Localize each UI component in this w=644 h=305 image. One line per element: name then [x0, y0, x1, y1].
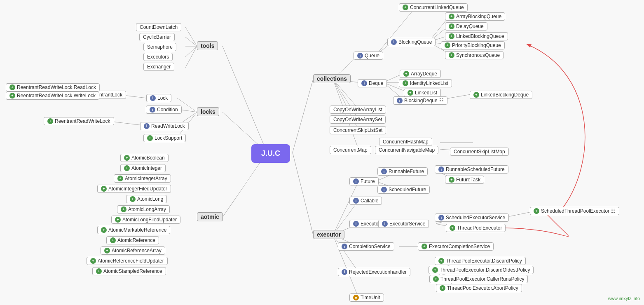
node-atomicinteger: + AtomicInteger [120, 164, 166, 172]
svg-line-4 [293, 152, 313, 235]
node-atomicreference: + AtomicReference [106, 236, 159, 244]
node-futuretask: + FutureTask [445, 176, 484, 184]
node-discardoldestpolicy: + ThreadPoolExecutor.DiscardOldestPolicy [429, 266, 534, 274]
node-scheduledfuture: i ScheduledFuture [377, 185, 430, 194]
svg-line-5 [185, 27, 197, 46]
category-executor: executor [313, 230, 344, 239]
node-semaphore: Semaphore [143, 43, 176, 51]
node-delayqueue: + DelayQueue [445, 22, 487, 30]
node-condition: i Condition [146, 106, 182, 114]
svg-line-3 [293, 79, 313, 152]
node-runnablefuture: i RunnableFuture [377, 167, 428, 176]
node-atomiclongarray: + AtomicLongArray [117, 205, 170, 214]
mindmap-canvas: J.U.C tools CountDownLatch CyclicBarrier… [0, 0, 644, 305]
node-exchanger: Exchanger [143, 63, 174, 71]
node-callable: i Callable [349, 197, 382, 205]
node-completionservice: i CompletionService [338, 242, 394, 251]
center-label: J.U.C [251, 144, 290, 163]
node-concurrentmap: ConcurrentMap [330, 146, 371, 154]
center-node: J.U.C [251, 144, 290, 163]
node-linkedblockingqueue: + LinkedBlockingQueue [445, 32, 508, 40]
node-countdownlatch: CountDownLatch [136, 23, 181, 31]
doc-icon: ☷ [439, 98, 444, 103]
node-runnablescheduledfuture: i RunnableScheduledFuture [435, 165, 508, 174]
node-discardpolicy: + ThreadPoolExecutor.DiscardPolicy [435, 257, 526, 265]
category-locks: locks [197, 107, 219, 116]
node-executorcompletionservice: + ExecutorCompletionService [418, 242, 494, 251]
icon-condition: i [150, 107, 155, 113]
node-rrwl-writelock: + ReentrantReadWriteLock.WriteLock [6, 92, 99, 100]
node-concurrenthashmap: ConcurrentHashMap [379, 138, 432, 146]
category-aotmic: aotmic [197, 212, 223, 221]
node-locksupport: + LockSupport [143, 134, 186, 142]
category-tools: tools [197, 41, 218, 50]
icon-locksupport: + [147, 135, 153, 141]
svg-line-20 [333, 79, 358, 109]
node-atomiclongfiledupdater: + AtomicLongFiledUpdater [111, 216, 180, 224]
node-executors: Executors [143, 53, 173, 61]
node-cyclicbarrier: CyclicBarrier [139, 33, 175, 41]
node-abortpolicy: + ThreadPoolExecutor.AbortPolicy [436, 284, 522, 292]
node-atomicintegerarray: + AtomicIntegerArray [114, 174, 171, 183]
node-blockingqueue: i BlockingQueue [387, 38, 436, 46]
node-rrwl: + ReentrantReadWriteLock [44, 117, 114, 125]
node-atomiclong: + AtomicLong [126, 195, 167, 203]
node-threadpoolexecutor: + ThreadPoolExecutor [446, 224, 506, 232]
svg-line-0 [222, 46, 267, 152]
node-atomicmarkablereference: + AtomicMarkableReference [97, 226, 170, 234]
svg-line-9 [185, 46, 197, 68]
node-copyonwritearraylist: CopyOnWriteArrayList [330, 106, 386, 114]
node-linkedlist: + LinkedList [404, 89, 441, 97]
node-scheduledthreadpoolexecutor: + ScheduledThreadPoolExecutor ☷ [530, 207, 619, 215]
node-rejectedexecutionhandler: i RejectedExecutionhandler [338, 268, 410, 276]
node-atomicreferencearray: + AtomicReferenceArray [101, 246, 165, 255]
node-concurrentskiplistmap: ConcurrentSkipListMap [450, 148, 509, 156]
node-scheduledexecutorservice: i ScheduledExecutorService [435, 214, 509, 222]
node-rrwl-readlock: + ReentrantReadWriteLock.ReadLock [6, 83, 100, 92]
svg-line-8 [185, 46, 197, 57]
node-queue: i Queue [354, 52, 383, 60]
node-lock: i Lock [146, 94, 171, 102]
node-future: i Future [349, 177, 379, 185]
node-atomicstampled: + AtomicStampledReference [92, 267, 166, 275]
node-callerrunspolicy: + ThreadPoolExecutor.CallerRunsPolicy [429, 275, 528, 283]
category-collections: collections [313, 74, 351, 83]
node-timeunit: e TimeUnit [349, 293, 384, 302]
icon-lock: i [150, 95, 156, 101]
svg-line-6 [185, 37, 197, 46]
icon-rwlock: i [144, 123, 150, 129]
node-concurrentlinkedqueue: + ConcurrentLinkedQueue [399, 3, 468, 12]
icon-writelock: + [9, 93, 15, 99]
svg-line-44 [333, 235, 358, 272]
watermark: www.imxylz.info [608, 296, 640, 301]
node-arraydeque: + ArrayDeque [400, 70, 441, 78]
node-atomicintegerfiledupdater: + AtomicIntegerFiledUpdater [97, 185, 171, 193]
node-arrayblockingqueue: + ArrayBlockingQueue [445, 12, 505, 21]
node-identitylinkedlist: + IdentityLinkedList [399, 79, 452, 87]
node-concurrentnavigablemap: ConcurrentNavigableMap [375, 146, 438, 154]
node-linkedblockingdeque: + LinkedBlockingDeque [470, 91, 532, 99]
node-atomicreferencefieldupdater: + AtomicReferenceFieldUpdater [87, 257, 168, 265]
node-atomicboolean: + AtomicBoolean [120, 154, 169, 162]
svg-line-23 [333, 79, 358, 149]
node-executorservice: i ExecutorService [378, 220, 429, 228]
node-concurrentskiplistset: ConcurrentSkipListSet [330, 126, 386, 134]
node-synchronousqueue: + SynchronousQueue [445, 51, 503, 59]
node-deque: i Deque [358, 79, 387, 87]
doc-icon2: ☷ [611, 208, 616, 214]
node-priorityblockingqueue: + PriorityBlockingQueue [441, 41, 505, 49]
icon-readlock: + [9, 84, 15, 90]
svg-line-25 [376, 7, 416, 55]
node-copyonwritearrayset: CopyOnWriteArraySet [330, 115, 386, 124]
node-blockingdeque: i BlockingDeque ☷ [393, 96, 447, 105]
node-readwritelock: i ReadWriteLock [140, 122, 189, 130]
icon-rrwl: + [47, 118, 53, 124]
